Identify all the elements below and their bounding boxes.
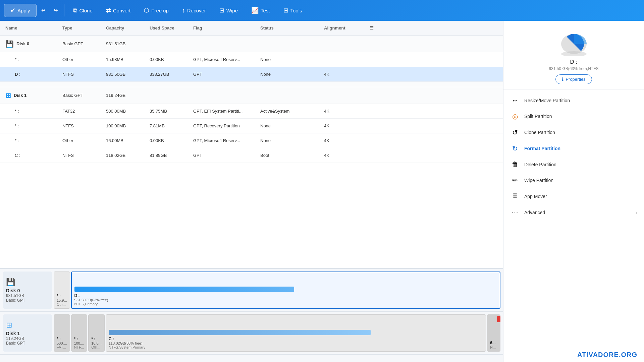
p1-0-status: Active&System xyxy=(258,107,321,115)
p0-0-status: None xyxy=(258,56,321,63)
disk-1-partition-1-row[interactable]: * : NTFS 100.00MB 7.81MB GPT, Recovery P… xyxy=(0,119,503,133)
disk-1-icon: ⊞ xyxy=(5,92,11,100)
col-capacity: Capacity xyxy=(103,24,147,32)
tools-label: Tools xyxy=(290,8,302,13)
right-disk-title: D : xyxy=(570,59,577,65)
seg-1-2-label: * : xyxy=(91,337,102,341)
disk-1-seg-end[interactable]: 6... N... xyxy=(487,314,500,352)
action-resize-move[interactable]: ↔ Resize/Move Partition xyxy=(503,93,644,108)
disk-1-seg-c[interactable]: C : 118.02GB(30% free) NTFS,System,Prima… xyxy=(106,314,486,352)
recover-label: Recover xyxy=(187,8,206,13)
p1-3-alignment: 4K xyxy=(321,152,365,159)
disk-0-icon: 💾 xyxy=(5,40,14,48)
disk-1-seg-2[interactable]: * : 16.0... Oth... xyxy=(88,314,105,352)
p1-2-used: 0.00KB xyxy=(147,137,191,144)
p0-1-capacity: 931.50GB xyxy=(103,70,147,78)
advanced-label: Advanced xyxy=(524,210,545,215)
table-body: 💾 Disk 0 Basic GPT 931.51GB * : Other 15… xyxy=(0,36,503,268)
disk-0-seg-0[interactable]: * : 15.9... Oth... xyxy=(54,272,70,309)
disk-1-flag xyxy=(191,94,258,97)
action-advanced[interactable]: ⋯ Advanced › xyxy=(503,204,644,221)
disk-1-used xyxy=(147,94,191,97)
action-format[interactable]: ↻ Format Partition xyxy=(503,140,644,157)
visual-disk-panel: 💾 Disk 0 931.51GB Basic GPT * : 15.9... … xyxy=(0,268,503,362)
resize-icon: ↔ xyxy=(510,97,520,104)
disk-0-flag xyxy=(191,43,258,45)
disk-0-seg-1[interactable]: D : 931.50GB(63% free) NTFS,Primary xyxy=(71,272,500,309)
action-app-mover[interactable]: ⠿ App Mover xyxy=(503,188,644,204)
disk-0-visual-type: Basic GPT xyxy=(6,298,49,303)
left-panel: Name Type Capacity Used Space Flag Statu… xyxy=(0,21,503,362)
action-split[interactable]: ◎ Split Partition xyxy=(503,108,644,124)
p1-3-flag: GPT xyxy=(191,152,258,159)
disk-1-status xyxy=(258,94,321,97)
disk-1-partition-0-row[interactable]: * : FAT32 500.00MB 35.75MB GPT, EFI Syst… xyxy=(0,104,503,119)
disk-0-partition-1-row[interactable]: D : NTFS 931.50GB 338.27GB GPT None 4K xyxy=(0,67,503,82)
freeup-button[interactable]: ⬡ Free up xyxy=(138,4,175,17)
app-mover-icon: ⠿ xyxy=(510,192,520,200)
properties-button[interactable]: ℹ Properties xyxy=(555,74,592,84)
delete-icon: 🗑 xyxy=(510,161,520,168)
col-type: Type xyxy=(60,24,103,32)
disk-0-used xyxy=(147,43,191,45)
disk-1-alignment xyxy=(321,94,365,97)
p1-1-alignment: 4K xyxy=(321,122,365,130)
disk-0-alignment xyxy=(321,43,365,45)
convert-button[interactable]: ⇄ Convert xyxy=(100,4,137,17)
p1-0-used: 35.75MB xyxy=(147,107,191,115)
p0-0-flag: GPT, Microsoft Reserv... xyxy=(191,56,258,63)
seg-1-4-type: N... xyxy=(490,345,497,349)
seg-1-0-size: 500.... xyxy=(57,341,67,345)
wipe-label: Wipe xyxy=(226,8,238,13)
disk-1-partition-2-row[interactable]: * : Other 16.00MB 0.00KB GPT, Microsoft … xyxy=(0,133,503,148)
advanced-icon: ⋯ xyxy=(510,208,520,217)
clone-part-icon: ↺ xyxy=(510,128,520,136)
toolbar: ✔ Apply ↩ ↪ ⧉ Clone ⇄ Convert ⬡ Free up … xyxy=(0,0,644,21)
disk-1-partition-3-row[interactable]: C : NTFS 118.02GB 81.89GB GPT Boot 4K xyxy=(0,148,503,163)
disk-0-partition-0-row[interactable]: * : Other 15.98MB 0.00KB GPT, Microsoft … xyxy=(0,52,503,67)
recover-button[interactable]: ↕ Recover xyxy=(176,4,212,17)
disk-1-seg-1[interactable]: * : 100.... NTF... xyxy=(71,314,88,352)
col-menu-icon[interactable]: ☰ xyxy=(365,24,378,32)
action-clone[interactable]: ↺ Clone Partition xyxy=(503,124,644,140)
p1-1-type: NTFS xyxy=(60,122,103,130)
seg-0-1-label: D : xyxy=(74,293,497,298)
p1-2-status: None xyxy=(258,137,321,144)
wipe-button[interactable]: ⊟ Wipe xyxy=(213,4,244,17)
tools-icon: ⊞ xyxy=(283,7,288,14)
action-wipe[interactable]: ✏ Wipe Partition xyxy=(503,172,644,188)
redo-button[interactable]: ↪ xyxy=(50,5,61,16)
disk-1-type: Basic GPT xyxy=(60,92,103,99)
p1-1-name: * : xyxy=(3,122,60,130)
undo-button[interactable]: ↩ xyxy=(38,5,49,16)
clone-button[interactable]: ⧉ Clone xyxy=(67,4,99,17)
disk-spacer-0 xyxy=(0,82,503,87)
disk-1-seg-0[interactable]: * : 500.... FAT... xyxy=(54,314,70,352)
seg-1-3-type: NTFS,System,Primary xyxy=(109,345,483,349)
format-label: Format Partition xyxy=(524,146,560,151)
tools-button[interactable]: ⊞ Tools xyxy=(277,4,308,17)
apply-button[interactable]: ✔ Apply xyxy=(4,4,37,17)
seg-1-2-type: Oth... xyxy=(91,345,102,349)
delete-label: Delete Partition xyxy=(524,162,556,167)
p0-1-alignment: 4K xyxy=(321,70,365,78)
disk-0-row: 💾 Disk 0 Basic GPT 931.51GB xyxy=(0,36,503,52)
clone-label: Clone xyxy=(79,8,93,13)
disk-0-d-bar xyxy=(74,287,294,292)
test-button[interactable]: 📈 Test xyxy=(245,4,276,17)
p1-0-flag: GPT, EFI System Partiti... xyxy=(191,107,258,115)
disk-0-visual-icon: 💾 xyxy=(6,278,49,287)
disk-0-label-box: 💾 Disk 0 931.51GB Basic GPT xyxy=(3,272,52,309)
format-icon: ↻ xyxy=(510,144,520,153)
toolbar-separator xyxy=(64,4,64,16)
p1-3-type: NTFS xyxy=(60,152,103,159)
p1-1-used: 7.81MB xyxy=(147,122,191,130)
seg-1-0-type: FAT... xyxy=(57,345,67,349)
undo-icon: ↩ xyxy=(41,7,46,13)
p1-0-alignment: 4K xyxy=(321,107,365,115)
disk-1-visual-size: 119.24GB xyxy=(6,336,49,341)
redo-icon: ↪ xyxy=(54,7,58,13)
action-delete[interactable]: 🗑 Delete Partition xyxy=(503,157,644,172)
seg-1-3-size: 118.02GB(30% free) xyxy=(109,341,483,345)
freeup-icon: ⬡ xyxy=(144,7,149,14)
